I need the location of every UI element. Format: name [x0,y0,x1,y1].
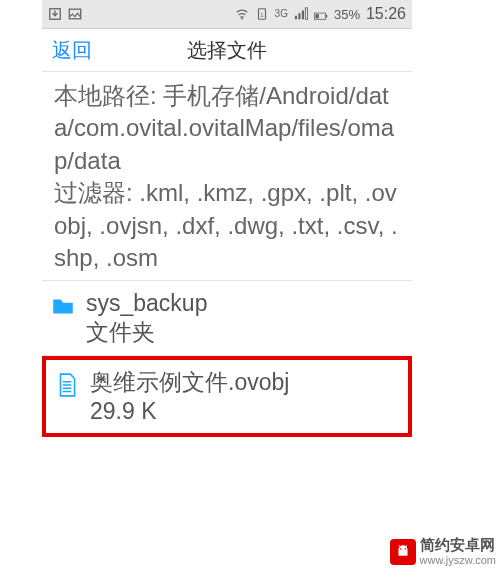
clock: 15:26 [366,5,406,23]
android-icon [390,539,416,565]
battery-percentage: 35% [334,7,360,22]
list-item[interactable]: sys_backup 文件夹 [42,281,412,356]
navigation-bar: 返回 选择文件 [42,29,412,72]
list-item[interactable]: 奥维示例文件.ovobj 29.9 K [42,356,412,438]
watermark: 简约安卓网 www.jyszw.com [386,535,500,568]
file-name: 奥维示例文件.ovobj [90,368,289,397]
wifi-icon [235,7,249,21]
svg-rect-11 [315,14,318,18]
download-icon [48,7,62,21]
battery-icon [314,7,328,21]
file-name: sys_backup [86,289,207,318]
sim-icon: 1 [255,7,269,21]
svg-rect-6 [298,13,300,19]
status-left-icons [48,7,82,21]
network-type: 3G [275,9,288,19]
file-list: sys_backup 文件夹 奥维示例文件.ovobj 29.9 K [42,281,412,437]
watermark-url: www.jyszw.com [420,554,496,566]
svg-point-2 [241,18,243,20]
info-panel: 本地路径: 手机存储/Android/data/com.ovital.ovita… [42,72,412,281]
filter-label: 过滤器: [54,179,133,206]
svg-point-13 [404,548,406,550]
file-subtitle: 文件夹 [86,318,207,347]
watermark-name: 简约安卓网 [420,537,496,554]
svg-point-12 [400,548,402,550]
page-title: 选择文件 [52,37,402,64]
svg-text:1: 1 [260,11,264,18]
file-icon [54,372,80,398]
svg-rect-8 [305,8,307,19]
status-bar: 1 3G 35% 15:26 [42,0,412,29]
svg-rect-10 [326,14,327,17]
phone-screen: 1 3G 35% 15:26 返回 选择文件 本地路径: 手机存储/Androi… [42,0,412,580]
svg-rect-5 [295,16,297,20]
svg-rect-7 [302,11,304,20]
signal-icon [294,7,308,21]
folder-icon [50,293,76,319]
file-subtitle: 29.9 K [90,397,289,426]
gallery-icon [68,7,82,21]
path-label: 本地路径: [54,82,157,109]
status-right-icons: 1 3G 35% 15:26 [235,5,406,23]
